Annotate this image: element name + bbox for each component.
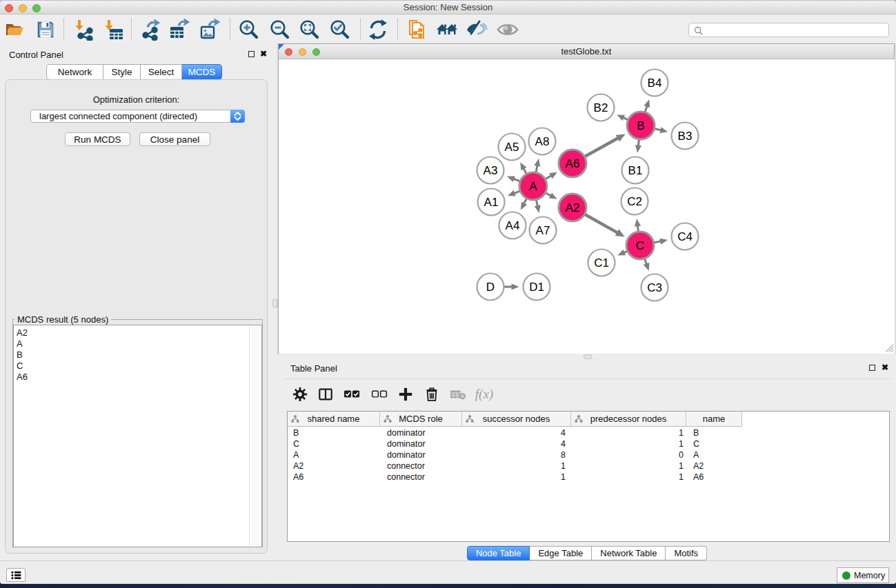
search-field[interactable] [688, 23, 889, 37]
table-cell: A [686, 449, 742, 460]
save-session-button[interactable] [33, 17, 58, 42]
zoom-selected-icon [329, 19, 351, 41]
graph-node-label: A1 [484, 196, 499, 209]
network-canvas[interactable]: B4B2BB3B1A5A8A6A3AA1A2A4A7C2C4CC1C3DD1 [279, 59, 895, 354]
houses-icon [435, 18, 459, 41]
graph-node-label: C1 [594, 256, 609, 270]
mcds-result-group: MCDS result (5 nodes) A2ABCA6 [12, 319, 263, 547]
zoom-out-button[interactable] [268, 17, 292, 42]
table-cell: dominator [380, 427, 462, 438]
column-settings-button[interactable] [288, 383, 312, 406]
search-input[interactable] [706, 24, 886, 37]
table-toolbar: f(x) [283, 378, 890, 410]
table-tab-network-table[interactable]: Network Table [592, 546, 666, 560]
graph-node-label: B1 [628, 164, 643, 177]
export-network-button[interactable] [139, 17, 163, 42]
table-tab-node-table[interactable]: Node Table [467, 546, 530, 560]
clone-network-icon [406, 19, 428, 41]
column-header-label: predecessor nodes [571, 412, 686, 426]
control-panel-float-button[interactable] [248, 51, 255, 57]
graph-node-label: A3 [484, 164, 498, 177]
table-row[interactable]: A6connector11A6 [288, 472, 889, 483]
graph-edge-A6-B[interactable] [583, 138, 619, 158]
result-list-scrollbar[interactable] [249, 325, 261, 547]
table-panel-float-button[interactable] [869, 365, 875, 371]
table-cell: A2 [686, 460, 742, 472]
refresh-button[interactable] [366, 17, 390, 42]
export-table-button[interactable] [167, 17, 192, 42]
control-tab-network[interactable]: Network [46, 64, 103, 80]
eye-hidden-icon [465, 18, 488, 41]
add-column-button[interactable] [394, 383, 417, 406]
column-header-predecessor-nodes[interactable]: predecessor nodes [571, 412, 686, 427]
control-panel-close-button[interactable]: ✖ [260, 50, 267, 57]
mcds-result-item[interactable]: C [17, 361, 23, 372]
column-header-name[interactable]: name [686, 412, 742, 427]
graph-edge-arrowhead [659, 127, 668, 133]
graph-node-label: A6 [566, 157, 580, 170]
node-table: shared nameMCDS rolesuccessor nodesprede… [287, 411, 890, 542]
control-tab-select[interactable]: Select [141, 64, 182, 80]
column-header-MCDS-role[interactable]: MCDS role [380, 412, 462, 427]
zoom-fit-icon [299, 19, 321, 41]
checked-boxes-icon [344, 389, 360, 400]
column-header-successor-nodes[interactable]: successor nodes [462, 412, 571, 427]
mcds-result-item[interactable]: A6 [17, 372, 28, 383]
graph-node-label: B3 [678, 130, 693, 143]
import-network-button[interactable] [71, 17, 96, 42]
memory-status-button[interactable]: Memory [837, 567, 889, 583]
graph-node-label: A4 [506, 219, 520, 232]
graph-node-label: D [486, 281, 495, 294]
show-all-button[interactable] [495, 17, 520, 42]
table-row[interactable]: Cdominator41C [288, 438, 889, 449]
mcds-tab-content: Optimization criterion: largest connecte… [5, 79, 268, 554]
horizontal-divider-grip[interactable] [584, 354, 592, 359]
graph-node-label: A [529, 180, 537, 193]
show-home-button[interactable] [435, 17, 459, 42]
delete-table-button[interactable] [446, 383, 470, 406]
table-row[interactable]: Adominator80A [288, 449, 889, 460]
zoom-in-button[interactable] [237, 17, 261, 42]
vertical-split-divider[interactable] [270, 43, 278, 560]
status-bar: Memory [0, 560, 896, 584]
export-image-button[interactable] [197, 17, 222, 42]
criterion-dropdown-value: largest connected component (directed) [39, 110, 197, 122]
criterion-dropdown[interactable]: largest connected component (directed) [30, 110, 245, 123]
graph-edge-A2-C[interactable] [583, 214, 618, 234]
import-table-button[interactable] [101, 17, 126, 42]
split-view-button[interactable] [314, 383, 337, 406]
column-header-label: successor nodes [462, 412, 570, 426]
mcds-result-item[interactable]: A2 [17, 327, 28, 338]
open-file-button[interactable] [2, 17, 27, 42]
delete-column-button[interactable] [420, 383, 444, 406]
table-tab-edge-table[interactable]: Edge Table [530, 546, 592, 560]
select-all-button[interactable] [340, 383, 364, 406]
table-cell: A2 [288, 460, 380, 472]
task-history-button[interactable] [6, 568, 26, 582]
zoom-selected-button[interactable] [328, 17, 352, 42]
toolbar-separator [397, 19, 398, 39]
split-columns-icon [318, 387, 333, 402]
control-tab-mcds[interactable]: MCDS [182, 64, 222, 80]
table-tab-motifs[interactable]: Motifs [666, 546, 707, 560]
mcds-result-item[interactable]: A [17, 338, 23, 349]
fx-icon: f(x) [475, 387, 493, 402]
zoom-fit-button[interactable] [297, 17, 322, 42]
control-tab-style[interactable]: Style [103, 64, 141, 80]
deselect-all-button[interactable] [368, 383, 391, 406]
column-header-shared-name[interactable]: shared name [288, 412, 380, 427]
table-row[interactable]: Bdominator41B [288, 427, 889, 438]
run-mcds-button[interactable]: Run MCDS [65, 132, 130, 146]
close-panel-button[interactable]: Close panel [139, 132, 210, 146]
table-panel-close-button[interactable]: ✖ [882, 364, 888, 371]
hide-selected-button[interactable] [464, 17, 489, 42]
function-builder-button[interactable]: f(x) [472, 383, 496, 406]
mcds-result-item[interactable]: B [17, 349, 23, 361]
vertical-divider-grip[interactable] [272, 299, 278, 307]
window-resize-grip[interactable] [884, 343, 893, 352]
horizontal-split-divider[interactable] [278, 354, 896, 360]
clone-network-button[interactable] [404, 17, 429, 42]
mcds-result-list[interactable]: A2ABCA6 [13, 325, 262, 547]
table-row[interactable]: A2connector11A2 [288, 460, 889, 472]
graph-edge-arrowhead [508, 190, 516, 196]
